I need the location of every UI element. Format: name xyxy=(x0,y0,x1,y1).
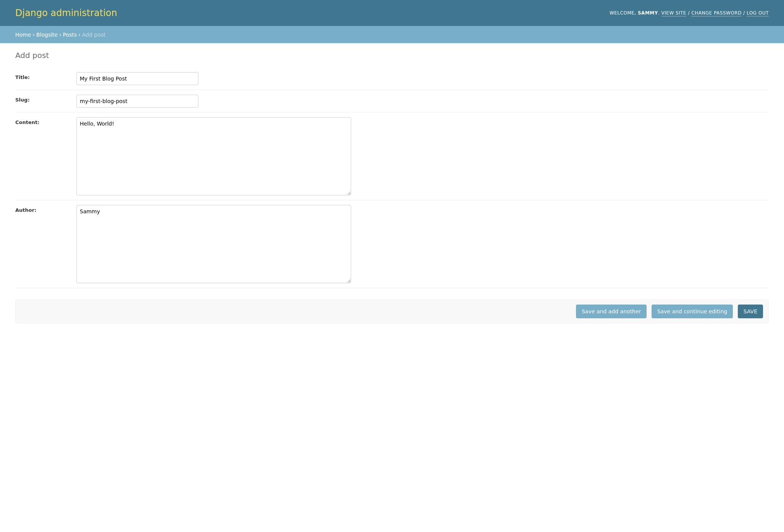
user-tools: WELCOME, SAMMY. VIEW SITE / CHANGE PASSW… xyxy=(610,10,769,16)
site-title: Django administration xyxy=(15,8,117,18)
submit-row: Save and add another Save and continue e… xyxy=(15,300,769,323)
form-row-content: Content: xyxy=(15,113,769,200)
content-label: Content: xyxy=(15,117,76,125)
form-row-author: Author: xyxy=(15,200,769,288)
save-continue-button[interactable]: Save and continue editing xyxy=(652,305,733,318)
slug-label: Slug: xyxy=(15,95,76,103)
header: Django administration WELCOME, SAMMY. VI… xyxy=(0,0,784,26)
change-password-link[interactable]: CHANGE PASSWORD xyxy=(691,10,742,16)
breadcrumbs: Home › Blogsite › Posts › Add post xyxy=(0,26,784,43)
author-label: Author: xyxy=(15,205,76,213)
add-post-form: Title: Slug: Content: Author: Save and a… xyxy=(15,68,769,323)
site-title-link[interactable]: Django administration xyxy=(15,8,117,18)
breadcrumb-model[interactable]: Posts xyxy=(63,32,77,38)
breadcrumb-current: Add post xyxy=(82,32,106,38)
content-textarea[interactable] xyxy=(76,117,351,195)
save-add-another-button[interactable]: Save and add another xyxy=(576,305,647,318)
separator: / xyxy=(742,10,747,16)
branding: Django administration xyxy=(15,8,117,18)
username: SAMMY xyxy=(638,10,658,16)
content: Add post Title: Slug: Content: Author: S… xyxy=(0,43,784,331)
form-fieldset: Title: Slug: Content: Author: xyxy=(15,68,769,288)
form-row-slug: Slug: xyxy=(15,90,769,113)
view-site-link[interactable]: VIEW SITE xyxy=(661,10,687,16)
page-title: Add post xyxy=(15,51,769,60)
slug-input[interactable] xyxy=(76,95,198,108)
title-input[interactable] xyxy=(76,72,198,85)
form-row-title: Title: xyxy=(15,68,769,90)
breadcrumb-separator: › xyxy=(78,32,81,38)
breadcrumb-separator: › xyxy=(32,32,35,38)
breadcrumb-separator: › xyxy=(59,32,61,38)
separator: / xyxy=(686,10,691,16)
welcome-text: WELCOME, xyxy=(610,10,638,16)
save-button[interactable]: SAVE xyxy=(738,305,763,318)
logout-link[interactable]: LOG OUT xyxy=(747,10,769,16)
author-textarea[interactable] xyxy=(76,205,351,283)
breadcrumb-app[interactable]: Blogsite xyxy=(36,32,58,38)
title-label: Title: xyxy=(15,72,76,80)
breadcrumb-home[interactable]: Home xyxy=(15,32,31,38)
welcome-period: . xyxy=(658,10,661,16)
